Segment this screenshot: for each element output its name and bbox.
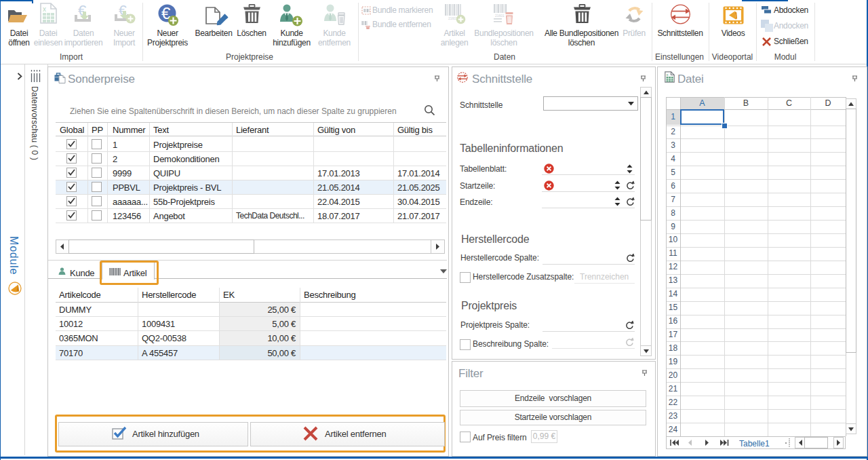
svg-text:21601: 21601 [495,14,505,18]
svg-text:x: x [43,5,46,13]
svg-text:x: x [667,73,669,77]
